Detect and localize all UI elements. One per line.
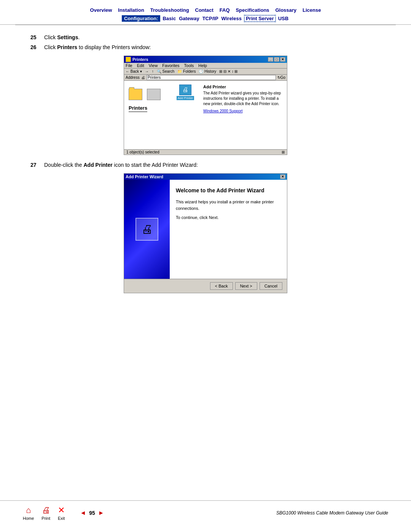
menu-favorites[interactable]: Favorites bbox=[162, 63, 179, 68]
step-27-after: icon to start the Add Printer Wizard: bbox=[113, 162, 198, 168]
nav-overview[interactable]: Overview bbox=[90, 7, 112, 13]
toolbar-up[interactable]: ↑ bbox=[152, 69, 154, 73]
print-label: Print bbox=[41, 516, 50, 521]
step-25-num: 25 bbox=[30, 34, 44, 40]
step-27: 27 Double-click the Add Printer icon to … bbox=[30, 162, 381, 168]
nav-wireless[interactable]: Wireless bbox=[221, 16, 242, 21]
nav-row1: Overview Installation Troubleshooting Co… bbox=[0, 7, 411, 13]
add-printer-label: Add Printer bbox=[203, 85, 282, 89]
toolbar-icons: ⊞ ⊟ ✕ ↕ ⊞ bbox=[219, 69, 237, 73]
add-printer-icon-label: Add Printer bbox=[177, 96, 194, 100]
win-close-btn[interactable]: ✕ bbox=[280, 57, 285, 62]
wizard-footer: < Back Next > Cancel bbox=[124, 279, 287, 293]
wizard-next-button[interactable]: Next > bbox=[235, 282, 257, 290]
nav-contact[interactable]: Contact bbox=[195, 7, 213, 13]
step-27-text: Double-click the Add Printer icon to sta… bbox=[44, 162, 198, 168]
win-body: 🖨 Add Printer Printers Add Printer The A… bbox=[124, 81, 287, 149]
step-27-bold: Add Printer bbox=[84, 162, 113, 168]
print-icon: 🖨 bbox=[42, 505, 50, 515]
wizard-left-panel: 🖨 bbox=[124, 180, 170, 279]
page-footer: ⌂ Home 🖨 Print ✕ Exit ◄ 95 ► SBG1000 Wir… bbox=[0, 500, 411, 521]
nav-print-server[interactable]: Print Server bbox=[244, 15, 276, 22]
nav-glossary[interactable]: Glossary bbox=[275, 7, 296, 13]
nav-license[interactable]: License bbox=[303, 7, 321, 13]
toolbar-folders[interactable]: 📁 Folders bbox=[177, 69, 196, 73]
go-button[interactable]: ↻Go bbox=[277, 75, 285, 80]
win-link[interactable]: Windows 2000 Support bbox=[203, 109, 282, 113]
add-printer-desc: The Add Printer wizard gives you step-by… bbox=[203, 91, 282, 107]
wizard-graphic-icon: 🖨 bbox=[135, 218, 158, 241]
page-number: 95 bbox=[89, 510, 95, 516]
wizard-back-button[interactable]: < Back bbox=[210, 282, 233, 290]
wizard-desc1: This wizard helps you install a printer … bbox=[176, 199, 281, 211]
add-printer-icon[interactable]: 🖨 bbox=[179, 85, 191, 95]
home-footer-item[interactable]: ⌂ Home bbox=[23, 505, 34, 521]
win-minimize-btn[interactable]: _ bbox=[268, 57, 273, 62]
wizard-win-controls[interactable]: ✕ bbox=[280, 174, 285, 179]
step-25-text: Click Settings. bbox=[44, 34, 80, 40]
step-25-after: . bbox=[78, 34, 80, 40]
wizard-heading: Welcome to the Add Printer Wizard bbox=[176, 187, 281, 193]
add-printer-icon-area[interactable]: 🖨 Add Printer bbox=[177, 85, 194, 100]
nav-specifications[interactable]: Specifications bbox=[236, 7, 269, 13]
main-content: 25 Click Settings. 26 Click Printers to … bbox=[0, 25, 411, 308]
toolbar-history[interactable]: 🕐 History bbox=[199, 69, 216, 73]
menu-view[interactable]: View bbox=[149, 63, 158, 68]
wizard-close-btn[interactable]: ✕ bbox=[280, 174, 285, 179]
home-icon: ⌂ bbox=[26, 505, 31, 515]
step-26-bold: Printers bbox=[57, 44, 77, 50]
nav-troubleshooting[interactable]: Troubleshooting bbox=[150, 7, 189, 13]
exit-footer-item[interactable]: ✕ Exit bbox=[58, 505, 65, 521]
win-titlebar: Printers _ □ ✕ bbox=[124, 56, 287, 63]
menu-help[interactable]: Help bbox=[198, 63, 207, 68]
wizard-window-screenshot: Add Printer Wizard ✕ 🖨 Welcome to the Ad… bbox=[124, 173, 287, 293]
wizard-title-text: Add Printer Wizard bbox=[126, 174, 163, 179]
home-label: Home bbox=[23, 516, 34, 521]
menu-tools[interactable]: Tools bbox=[184, 63, 194, 68]
nav-faq[interactable]: FAQ bbox=[220, 7, 230, 13]
win-maximize-btn[interactable]: □ bbox=[274, 57, 279, 62]
win-menubar: File Edit View Favorites Tools Help bbox=[124, 63, 287, 69]
print-footer-item[interactable]: 🖨 Print bbox=[41, 505, 50, 521]
exit-icon: ✕ bbox=[58, 505, 65, 515]
wizard-body: 🖨 Welcome to the Add Printer Wizard This… bbox=[124, 180, 287, 279]
toolbar-back[interactable]: ← Back ▾ bbox=[126, 69, 142, 73]
nav-usb[interactable]: USB bbox=[278, 16, 288, 21]
printers-heading: Printers bbox=[129, 105, 194, 113]
win-title-text: Printers bbox=[132, 57, 148, 62]
printers-window-screenshot: Printers _ □ ✕ File Edit View Favorites … bbox=[124, 56, 287, 155]
win-main-area: Add Printer The Add Printer wizard gives… bbox=[200, 85, 282, 145]
statusbar-text: 1 object(s) selected bbox=[126, 150, 159, 154]
nav-installation[interactable]: Installation bbox=[118, 7, 144, 13]
step-26: 26 Click Printers to display the Printer… bbox=[30, 44, 381, 50]
win-title-icon bbox=[126, 57, 131, 62]
address-input[interactable]: Printers bbox=[147, 75, 276, 80]
win-controls[interactable]: _ □ ✕ bbox=[268, 57, 285, 62]
toolbar-forward[interactable]: → bbox=[145, 69, 149, 73]
next-page-arrow[interactable]: ► bbox=[98, 510, 104, 516]
config-label: Configuration: bbox=[122, 15, 161, 22]
address-label: Address bbox=[126, 75, 140, 80]
footer-icons: ⌂ Home 🖨 Print ✕ Exit bbox=[23, 505, 65, 521]
menu-edit[interactable]: Edit bbox=[137, 63, 144, 68]
nav-row2: Configuration: Basic Gateway TCP/IP Wire… bbox=[0, 15, 411, 22]
wizard-right-panel: Welcome to the Add Printer Wizard This w… bbox=[170, 180, 287, 279]
step-26-after: to display the Printers window: bbox=[77, 44, 151, 50]
printers-icon-area: 🖨 Add Printer Printers bbox=[129, 85, 194, 145]
win-toolbar: ← Back ▾ → ↑ 🔍 Search 📁 Folders 🕐 Histor… bbox=[124, 69, 287, 75]
prev-page-arrow[interactable]: ◄ bbox=[80, 510, 86, 516]
statusbar-icon: ⊞ bbox=[282, 150, 285, 154]
menu-file[interactable]: File bbox=[126, 63, 132, 68]
step-25-bold: Settings bbox=[57, 34, 78, 40]
nav-tcpip[interactable]: TCP/IP bbox=[202, 16, 218, 21]
toolbar-search[interactable]: 🔍 Search bbox=[157, 69, 174, 73]
nav-basic[interactable]: Basic bbox=[162, 16, 176, 21]
step-25: 25 Click Settings. bbox=[30, 34, 381, 40]
nav-gateway[interactable]: Gateway bbox=[179, 16, 199, 21]
wizard-cancel-button[interactable]: Cancel bbox=[260, 282, 282, 290]
step-26-num: 26 bbox=[30, 44, 44, 50]
guide-title: SBG1000 Wireless Cable Modem Gateway Use… bbox=[276, 510, 388, 516]
win-addressbar: Address 🖨 Printers ↻Go bbox=[124, 75, 287, 81]
wizard-titlebar: Add Printer Wizard ✕ bbox=[124, 174, 287, 180]
address-icon: 🖨 bbox=[141, 75, 145, 80]
